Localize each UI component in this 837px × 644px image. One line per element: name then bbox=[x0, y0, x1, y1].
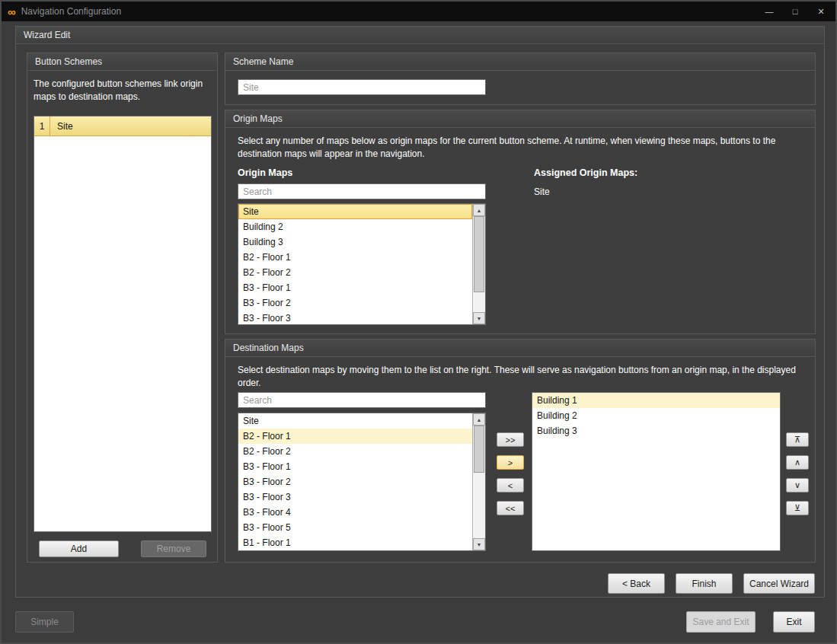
destination-available-item[interactable]: B3 - Floor 3 bbox=[238, 489, 472, 505]
move-all-left-button[interactable]: << bbox=[497, 501, 524, 515]
destination-assigned-item-label: Building 3 bbox=[537, 426, 577, 436]
add-scheme-button[interactable]: Add bbox=[39, 540, 119, 557]
scheme-name-group: Scheme Name bbox=[225, 53, 816, 105]
move-left-button[interactable]: < bbox=[497, 478, 524, 493]
assigned-origin-map-label: Site bbox=[534, 187, 550, 197]
destination-available-list: Site B2 - Floor 1 B2 - Floor 2 bbox=[238, 413, 472, 550]
origin-maps-listbox: Site Building 2 Building 3 bbox=[238, 203, 486, 325]
destination-available-item-label: B3 - Floor 2 bbox=[243, 477, 291, 487]
origin-list-scrollbar[interactable]: ▲ ▼ bbox=[472, 204, 485, 324]
assigned-origin-maps-list: Site bbox=[534, 183, 550, 200]
move-right-button[interactable]: > bbox=[497, 455, 524, 470]
origin-map-item-label: B3 - Floor 2 bbox=[243, 298, 291, 308]
destination-available-item[interactable]: B3 - Floor 4 bbox=[238, 505, 472, 520]
origin-maps-description: Select any number of maps below as origi… bbox=[238, 135, 780, 161]
minimize-button[interactable]: — bbox=[761, 5, 778, 18]
destination-list-scrollbar[interactable]: ▲ ▼ bbox=[472, 413, 485, 550]
destination-available-item-label: Site bbox=[243, 416, 259, 426]
scroll-down-icon[interactable]: ▼ bbox=[473, 538, 485, 550]
destination-maps-title: Destination Maps bbox=[225, 340, 815, 357]
move-up-button[interactable]: ∧ bbox=[786, 455, 809, 470]
window-title: Navigation Configuration bbox=[21, 6, 121, 17]
wizard-edit-group: Wizard Edit Button Schemes The configure… bbox=[15, 26, 825, 598]
origin-maps-search-input[interactable] bbox=[238, 183, 486, 199]
exit-button[interactable]: Exit bbox=[773, 611, 815, 633]
destination-maps-group: Destination Maps Select destination maps… bbox=[225, 339, 816, 563]
destination-maps-search-input[interactable] bbox=[238, 392, 486, 408]
destination-maps-description: Select destination maps by moving them t… bbox=[238, 364, 803, 390]
origin-map-item[interactable]: B2 - Floor 2 bbox=[238, 265, 472, 280]
move-all-right-button[interactable]: >> bbox=[497, 432, 524, 447]
origin-map-item-label: B3 - Floor 1 bbox=[243, 282, 291, 293]
scrollbar-track[interactable] bbox=[473, 216, 485, 312]
destination-assigned-item[interactable]: Building 1 bbox=[532, 393, 780, 408]
origin-maps-list: Site Building 2 Building 3 bbox=[238, 204, 472, 324]
button-schemes-list: 1 Site bbox=[34, 116, 212, 532]
button-schemes-description: The configured button schemes link origi… bbox=[34, 78, 213, 104]
destination-assigned-item-label: Building 1 bbox=[537, 395, 577, 406]
back-button[interactable]: < Back bbox=[608, 573, 665, 594]
scroll-up-icon[interactable]: ▲ bbox=[473, 204, 485, 216]
remove-scheme-button[interactable]: Remove bbox=[141, 540, 206, 557]
origin-maps-list-label: Origin Maps bbox=[238, 167, 292, 178]
wizard-edit-title: Wizard Edit bbox=[16, 27, 824, 44]
button-schemes-group: Button Schemes The configured button sch… bbox=[27, 53, 218, 563]
app-window: ∞ Navigation Configuration — □ × Wizard … bbox=[0, 0, 837, 644]
titlebar: ∞ Navigation Configuration — □ × bbox=[2, 2, 835, 22]
move-to-top-button[interactable]: ⊼ bbox=[786, 432, 809, 447]
origin-map-item[interactable]: B3 - Floor 1 bbox=[238, 280, 472, 295]
destination-available-item[interactable]: B2 - Floor 2 bbox=[238, 444, 472, 459]
destination-assigned-list: Building 1 Building 2 Building 3 bbox=[532, 393, 780, 550]
scrollbar-track[interactable] bbox=[473, 426, 485, 538]
scheme-name-label: Site bbox=[57, 121, 73, 132]
cancel-wizard-button[interactable]: Cancel Wizard bbox=[743, 573, 815, 594]
destination-available-item-label: B3 - Floor 4 bbox=[243, 507, 291, 518]
button-schemes-title: Button Schemes bbox=[27, 53, 217, 71]
origin-map-item[interactable]: Site bbox=[238, 204, 472, 219]
origin-map-item[interactable]: Building 3 bbox=[238, 234, 472, 250]
destination-available-item[interactable]: B3 - Floor 2 bbox=[238, 474, 472, 489]
origin-maps-group: Origin Maps Select any number of maps be… bbox=[225, 110, 816, 334]
origin-maps-title: Origin Maps bbox=[225, 110, 815, 128]
destination-assigned-item[interactable]: Building 2 bbox=[532, 408, 780, 423]
scrollbar-thumb[interactable] bbox=[474, 426, 484, 473]
origin-map-item-label: Site bbox=[243, 206, 259, 217]
scroll-down-icon[interactable]: ▼ bbox=[473, 312, 485, 324]
destination-available-listbox: Site B2 - Floor 1 B2 - Floor 2 bbox=[238, 413, 486, 551]
scroll-up-icon[interactable]: ▲ bbox=[473, 413, 485, 426]
finish-button[interactable]: Finish bbox=[676, 573, 733, 594]
window-controls: — □ × bbox=[761, 5, 835, 18]
scheme-index: 1 bbox=[34, 116, 50, 135]
origin-map-item-label: B2 - Floor 2 bbox=[243, 267, 291, 278]
move-down-button[interactable]: ∨ bbox=[786, 478, 809, 493]
scheme-name-input[interactable] bbox=[238, 79, 486, 95]
destination-available-item[interactable]: Site bbox=[238, 413, 472, 429]
origin-map-item-label: B3 - Floor 3 bbox=[243, 313, 291, 324]
app-logo-icon: ∞ bbox=[8, 6, 16, 18]
close-button[interactable]: × bbox=[813, 5, 829, 18]
destination-available-item[interactable]: B3 - Floor 1 bbox=[238, 459, 472, 474]
destination-available-item[interactable]: B2 - Floor 1 bbox=[238, 429, 472, 444]
destination-available-item-label: B1 - Floor 1 bbox=[243, 537, 291, 548]
simple-button[interactable]: Simple bbox=[15, 611, 74, 633]
assigned-origin-maps-label: Assigned Origin Maps: bbox=[534, 167, 637, 178]
destination-available-item-label: B2 - Floor 2 bbox=[243, 446, 291, 457]
button-scheme-item[interactable]: 1 Site bbox=[34, 116, 211, 136]
scrollbar-thumb[interactable] bbox=[474, 216, 484, 292]
origin-map-item[interactable]: B3 - Floor 2 bbox=[238, 295, 472, 311]
destination-available-item[interactable]: B1 - Floor 1 bbox=[238, 535, 472, 550]
origin-map-item-label: Building 3 bbox=[243, 237, 283, 247]
maximize-button[interactable]: □ bbox=[787, 5, 803, 18]
origin-map-item[interactable]: B3 - Floor 3 bbox=[238, 311, 472, 324]
move-to-bottom-button[interactable]: ⊻ bbox=[786, 501, 809, 515]
origin-map-item[interactable]: B2 - Floor 1 bbox=[238, 250, 472, 265]
destination-available-item[interactable]: B3 - Floor 5 bbox=[238, 520, 472, 535]
scheme-name-title: Scheme Name bbox=[225, 53, 815, 71]
origin-map-item-label: B2 - Floor 1 bbox=[243, 252, 291, 263]
save-and-exit-button[interactable]: Save and Exit bbox=[686, 611, 756, 633]
destination-available-item-label: B3 - Floor 5 bbox=[243, 522, 291, 533]
destination-available-item-label: B2 - Floor 1 bbox=[243, 431, 291, 442]
destination-assigned-item[interactable]: Building 3 bbox=[532, 423, 780, 438]
destination-assigned-item-label: Building 2 bbox=[537, 410, 577, 421]
origin-map-item[interactable]: Building 2 bbox=[238, 219, 472, 234]
